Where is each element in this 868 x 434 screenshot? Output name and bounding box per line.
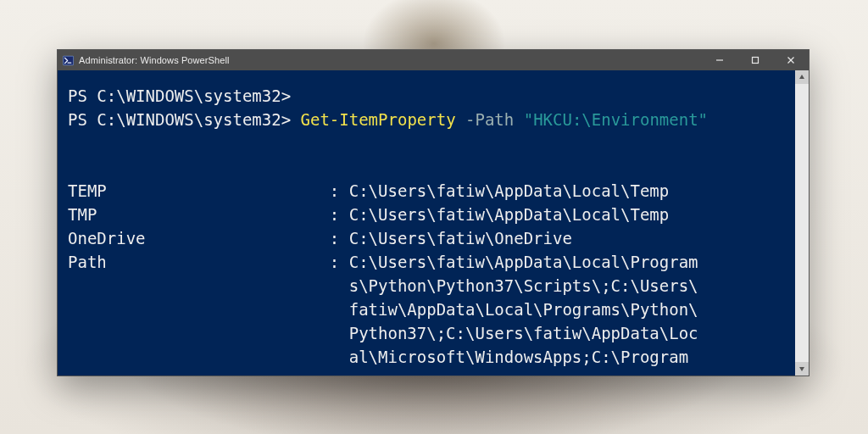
- output-line: OneDrive : C:\Users\fatiw\OneDrive: [68, 226, 792, 250]
- prompt-prefix: PS C:\WINDOWS\system32>: [68, 110, 301, 129]
- output-line: TMP : C:\Users\fatiw\AppData\Local\Temp: [68, 203, 792, 226]
- output-line: s\Python\Python37\Scripts\;C:\Users\: [68, 274, 792, 298]
- output-line: Path : C:\Users\fatiw\AppData\Local\Prog…: [68, 250, 792, 274]
- param-token: -Path: [465, 110, 514, 129]
- minimize-button[interactable]: [702, 50, 737, 70]
- output-line: TEMP : C:\Users\fatiw\AppData\Local\Temp: [68, 179, 792, 203]
- output-line: Python37\;C:\Users\fatiw\AppData\Loc: [68, 321, 792, 345]
- vertical-scrollbar[interactable]: [795, 70, 809, 376]
- close-button[interactable]: [773, 50, 809, 70]
- maximize-button[interactable]: [737, 50, 773, 70]
- scroll-down-button[interactable]: [795, 362, 809, 376]
- powershell-window: Administrator: Windows PowerShell PS C:\…: [57, 49, 810, 376]
- cmdlet-token: Get-ItemProperty: [301, 110, 456, 129]
- arg-token: "HKCU:\Environment": [524, 110, 708, 129]
- svg-marker-7: [799, 367, 804, 371]
- titlebar[interactable]: Administrator: Windows PowerShell: [58, 50, 809, 70]
- scroll-up-button[interactable]: [795, 70, 809, 84]
- output-line: al\Microsoft\WindowsApps;C:\Program: [68, 345, 792, 369]
- output-line: fatiw\AppData\Local\Programs\Python\: [68, 298, 792, 321]
- console-output[interactable]: PS C:\WINDOWS\system32>PS C:\WINDOWS\sys…: [58, 70, 795, 376]
- prompt-line-1: PS C:\WINDOWS\system32>: [68, 86, 291, 105]
- space-token: [456, 110, 465, 129]
- powershell-icon: [63, 55, 74, 66]
- window-title: Administrator: Windows PowerShell: [79, 55, 230, 65]
- svg-rect-3: [753, 58, 759, 64]
- svg-marker-6: [799, 75, 804, 79]
- space-token: [514, 110, 523, 129]
- client-area: PS C:\WINDOWS\system32>PS C:\WINDOWS\sys…: [58, 70, 809, 376]
